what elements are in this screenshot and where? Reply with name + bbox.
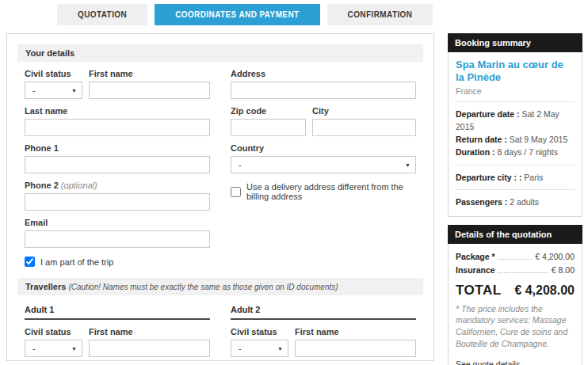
total-row: TOTAL € 4,208.00: [456, 283, 575, 298]
tab-confirmation[interactable]: CONFIRMATION: [327, 4, 433, 25]
duration-row: Duration : 8 days / 7 nights: [456, 146, 575, 158]
return-date-row: Return date : Sat 9 May 2015: [456, 133, 575, 146]
phone1-input[interactable]: [25, 156, 210, 173]
adult2-first-name-label: First name: [295, 327, 416, 336]
zip-code-input[interactable]: [231, 119, 306, 136]
part-of-trip-checkbox[interactable]: [25, 257, 35, 267]
divider: [456, 189, 575, 190]
adult-1-column: Adult 1 Civil status - ▼ First name: [25, 295, 210, 361]
details-form-panel: Your details Civil status - ▼ F: [6, 33, 434, 361]
city-input[interactable]: [312, 119, 416, 136]
chevron-down-icon: ▼: [277, 346, 283, 352]
total-label: TOTAL: [456, 283, 502, 298]
country-label: Country: [231, 143, 416, 153]
departure-city-row: Departure city : : Paris: [456, 171, 575, 184]
insurance-label: Insurance: [456, 264, 495, 277]
tab-coordinates-and-payment[interactable]: COORDINATES AND PAYMENT: [155, 4, 319, 25]
your-details-right-column: Address Zip code City: [231, 62, 416, 267]
zip-code-label: Zip code: [231, 106, 306, 116]
email-input[interactable]: [25, 230, 210, 248]
adult1-civil-status-value: -: [32, 344, 36, 353]
adult2-civil-status-label: Civil status: [231, 327, 288, 336]
city-label: City: [312, 106, 416, 116]
quotation-details-panel: Details of the quotation Package * € 4,2…: [448, 225, 582, 365]
civil-status-label: Civil status: [25, 69, 82, 78]
package-label: Package *: [456, 250, 495, 264]
last-name-input[interactable]: [25, 119, 210, 136]
travellers-heading: Travellers (Caution! Names must be exact…: [17, 278, 423, 295]
phone2-input[interactable]: [25, 193, 210, 211]
duration-value: 8 days / 7 nights: [498, 147, 558, 157]
divider: [456, 165, 575, 165]
adult2-civil-status-value: -: [239, 344, 242, 353]
civil-status-value: -: [32, 86, 36, 95]
your-details-left-column: Civil status - ▼ First name La: [25, 62, 210, 267]
last-name-label: Last name: [25, 106, 210, 116]
adult2-first-name-input[interactable]: [295, 340, 416, 357]
address-label: Address: [231, 69, 416, 78]
address-input[interactable]: [231, 82, 416, 99]
phone2-optional-text: (optional): [61, 181, 97, 190]
departure-city-value: Paris: [524, 173, 543, 182]
see-quote-details-link[interactable]: See quote details: [456, 359, 520, 365]
adult1-first-name-label: First name: [89, 327, 210, 336]
country-select[interactable]: - ▼: [231, 156, 416, 173]
passengers-row: Passengers : 2 adults: [456, 196, 575, 208]
chevron-down-icon: ▼: [71, 346, 77, 352]
adult1-civil-status-select[interactable]: - ▼: [25, 340, 82, 357]
trip-title-link[interactable]: Spa Marin au cœur de la Pinède: [456, 59, 575, 85]
return-date-label: Return date :: [456, 135, 507, 144]
delivery-address-label: Use a delivery address different from th…: [246, 182, 416, 201]
total-value: € 4,208.00: [514, 283, 575, 298]
departure-date-row: Departure date : Sat 2 May 2015: [456, 108, 575, 134]
mandatory-services-note: * The price includes the mandatory servi…: [456, 303, 575, 350]
passengers-value: 2 adults: [510, 197, 539, 207]
phone2-label-text: Phone 2: [25, 181, 59, 190]
package-price-row: Package * € 4,200.00: [456, 250, 575, 264]
adult1-civil-status-label: Civil status: [25, 327, 82, 336]
dotted-leader: [498, 259, 533, 260]
first-name-label: First name: [89, 69, 210, 78]
departure-city-label: Departure city : :: [456, 173, 521, 182]
adult-1-heading: Adult 1: [25, 305, 210, 320]
part-of-trip-label: I am part of the trip: [40, 257, 113, 267]
trip-country: France: [456, 86, 575, 96]
chevron-down-icon: ▼: [405, 162, 410, 168]
chevron-down-icon: ▼: [71, 88, 77, 93]
phone1-label: Phone 1: [25, 143, 210, 153]
adult1-first-name-input[interactable]: [89, 340, 210, 357]
dotted-leader: [498, 272, 549, 273]
travellers-caution: (Caution! Names must be exactly the same…: [68, 283, 338, 291]
phone2-label: Phone 2 (optional): [25, 181, 210, 190]
passengers-label: Passengers :: [456, 197, 507, 207]
booking-summary-heading: Booking summary: [448, 33, 582, 52]
tab-quotation[interactable]: QUOTATION: [57, 4, 147, 25]
insurance-price-row: Insurance € 8.00: [456, 264, 575, 277]
departure-date-label: Departure date :: [456, 109, 520, 119]
country-value: -: [239, 160, 242, 169]
civil-status-select[interactable]: - ▼: [25, 82, 82, 99]
step-tabs: QUOTATION COORDINATES AND PAYMENT CONFIR…: [0, 0, 588, 25]
return-date-value: Sat 9 May 2015: [510, 135, 568, 144]
adult-2-heading: Adult 2: [231, 305, 416, 320]
quotation-details-heading: Details of the quotation: [448, 225, 582, 244]
duration-label: Duration :: [456, 147, 495, 157]
delivery-address-checkbox[interactable]: [231, 187, 241, 197]
insurance-value: € 8.00: [552, 264, 575, 277]
email-label: Email: [25, 218, 210, 227]
adult2-civil-status-select[interactable]: - ▼: [231, 340, 288, 357]
your-details-heading: Your details: [17, 44, 423, 62]
adult-2-column: Adult 2 Civil status - ▼ First name: [231, 295, 416, 361]
sidebar: Booking summary Spa Marin au cœur de la …: [448, 33, 582, 365]
booking-summary-panel: Booking summary Spa Marin au cœur de la …: [448, 33, 582, 217]
package-value: € 4,200.00: [535, 250, 575, 264]
divider: [456, 101, 575, 102]
travellers-title: Travellers: [25, 282, 66, 291]
first-name-input[interactable]: [89, 82, 210, 99]
